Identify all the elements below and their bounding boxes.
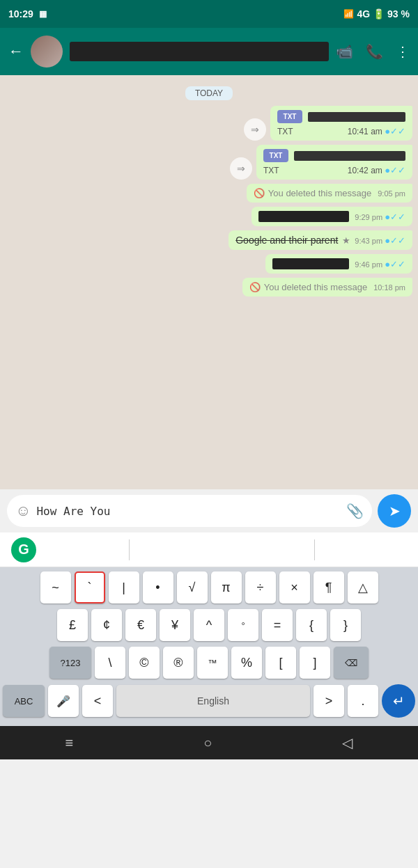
file-type-label: TXT: [263, 166, 279, 175]
key-pound[interactable]: £: [57, 609, 88, 641]
message-time: 10:42 am ●✓✓: [348, 165, 405, 175]
menu-nav-icon[interactable]: ≡: [65, 735, 74, 751]
key-period[interactable]: .: [348, 685, 378, 717]
key-equals[interactable]: =: [262, 609, 293, 641]
tick-icon: ●✓✓: [385, 126, 405, 136]
more-options-icon[interactable]: ⋮: [396, 43, 410, 60]
network-type: 4G: [357, 8, 370, 19]
message-time: 9:29 pm ●✓✓: [355, 212, 405, 222]
tick-icon: ●✓✓: [385, 259, 405, 269]
key-euro[interactable]: €: [125, 609, 156, 641]
delete-key[interactable]: ⌫: [334, 647, 369, 679]
key-tilde[interactable]: ~: [40, 571, 71, 603]
key-greater-than[interactable]: >: [314, 685, 344, 717]
grammarly-bar: G: [0, 532, 418, 567]
message-row: 🚫 You deleted this message 9:05 pm: [6, 184, 412, 203]
divider: [314, 539, 315, 560]
message-bubble: 9:46 pm ●✓✓: [265, 254, 412, 274]
avatar[interactable]: [31, 35, 63, 68]
star-icon: ★: [342, 235, 350, 246]
key-percent[interactable]: %: [231, 647, 262, 679]
status-left: 10:29 ▦: [8, 8, 47, 19]
key-enter[interactable]: ↵: [382, 684, 415, 718]
tick-icon: ●✓✓: [385, 235, 405, 246]
file-type-icon: TXT: [263, 149, 288, 162]
key-rbracket[interactable]: ]: [300, 647, 330, 679]
forward-icon[interactable]: ⇒: [230, 157, 252, 180]
key-sqrt[interactable]: √: [177, 571, 208, 603]
message-time: 10:41 am ●✓✓: [348, 126, 405, 136]
forward-icon[interactable]: ⇒: [244, 118, 266, 141]
key-rbrace[interactable]: }: [330, 609, 361, 641]
message-time: 10:18 pm: [373, 283, 405, 292]
key-registered[interactable]: ®: [163, 647, 194, 679]
battery-level: 93 %: [387, 8, 410, 19]
ban-icon: 🚫: [249, 282, 261, 292]
message-time: 9:43 pm ●✓✓: [355, 235, 405, 246]
message-time: 9:46 pm ●✓✓: [355, 259, 405, 269]
message-bubble: 9:29 pm ●✓✓: [251, 207, 412, 226]
message-bubble: TXT TXT 10:41 am ●✓✓: [270, 106, 412, 141]
key-caret[interactable]: ^: [194, 609, 224, 641]
deleted-text: You deleted this message: [268, 188, 371, 198]
video-call-icon[interactable]: 📹: [336, 43, 353, 60]
keyboard-row-4: ABC 🎤 < English > . ↵: [3, 684, 415, 718]
message-bubble: TXT TXT 10:42 am ●✓✓: [256, 145, 412, 180]
key-space[interactable]: English: [116, 685, 310, 717]
attach-button[interactable]: 📎: [346, 503, 364, 519]
message-row: Google and their parent ★ 9:43 pm ●✓✓: [6, 230, 412, 250]
key-cent[interactable]: ¢: [91, 609, 122, 641]
deleted-text: You deleted this message: [264, 282, 367, 292]
back-nav-icon[interactable]: ◁: [342, 734, 353, 751]
strikethrough-text: Google and their parent: [235, 235, 338, 246]
key-backslash[interactable]: \: [95, 647, 125, 679]
divider: [129, 539, 130, 560]
key-copyright[interactable]: ©: [129, 647, 160, 679]
key-bullet[interactable]: •: [143, 571, 173, 603]
keyboard-row-3: ?123 \ © ® ™ % [ ] ⌫: [3, 647, 415, 679]
key-lbrace[interactable]: {: [296, 609, 327, 641]
key-multiply[interactable]: ×: [279, 571, 310, 603]
back-button[interactable]: ←: [8, 42, 24, 61]
key-mic[interactable]: 🎤: [48, 685, 79, 717]
home-nav-icon[interactable]: ○: [203, 735, 212, 751]
key-divide[interactable]: ÷: [245, 571, 276, 603]
file-type-icon: TXT: [277, 110, 302, 123]
contact-name-redacted: [70, 42, 329, 61]
app-bar-icons: 📹 📞 ⋮: [336, 43, 410, 60]
grammarly-logo[interactable]: G: [11, 537, 36, 562]
key-degree[interactable]: °: [228, 609, 258, 641]
bottom-navigation: ≡ ○ ◁: [0, 726, 418, 759]
status-icons: ▦: [39, 9, 47, 19]
keyboard-row-1: ~ ` | • √ π ÷ × ¶ △: [3, 571, 415, 603]
message-row: ⇒ TXT TXT 10:41 am ●✓✓: [6, 106, 412, 141]
key-less-than[interactable]: <: [82, 685, 113, 717]
date-label: TODAY: [185, 86, 233, 100]
chat-area: TODAY ⇒ TXT TXT 10:41 am ●✓✓ ⇒ TXT TXT 1…: [0, 75, 418, 489]
deleted-message-bubble: 🚫 You deleted this message 10:18 pm: [242, 278, 412, 297]
key-lbracket[interactable]: [: [265, 647, 296, 679]
voice-call-icon[interactable]: 📞: [366, 43, 383, 60]
time: 10:29: [8, 8, 33, 19]
key-pi[interactable]: π: [211, 571, 242, 603]
message-row: 9:46 pm ●✓✓: [6, 254, 412, 274]
key-trademark[interactable]: ™: [197, 647, 228, 679]
file-name-redacted: [308, 112, 405, 122]
file-name-redacted: [294, 151, 405, 161]
keyboard-row-2: £ ¢ € ¥ ^ ° = { }: [3, 609, 415, 641]
message-time: 9:05 pm: [378, 189, 405, 198]
key-numeric[interactable]: ?123: [49, 647, 91, 679]
battery-icon: 🔋: [373, 8, 385, 19]
keyboard[interactable]: ~ ` | • √ π ÷ × ¶ △ £ ¢ € ¥ ^ ° = { } ?1…: [0, 567, 418, 726]
key-pilcrow[interactable]: ¶: [314, 571, 344, 603]
key-pipe[interactable]: |: [109, 571, 139, 603]
key-abc[interactable]: ABC: [3, 685, 45, 717]
message-input-text[interactable]: How Are You: [36, 505, 341, 518]
key-triangle[interactable]: △: [348, 571, 378, 603]
send-button[interactable]: ➤: [378, 494, 411, 528]
redacted-text: [258, 211, 349, 222]
message-input-box[interactable]: ☺ How Are You 📎: [7, 495, 372, 527]
emoji-button[interactable]: ☺: [15, 502, 31, 520]
key-backtick[interactable]: `: [75, 571, 105, 603]
key-yen[interactable]: ¥: [160, 609, 190, 641]
